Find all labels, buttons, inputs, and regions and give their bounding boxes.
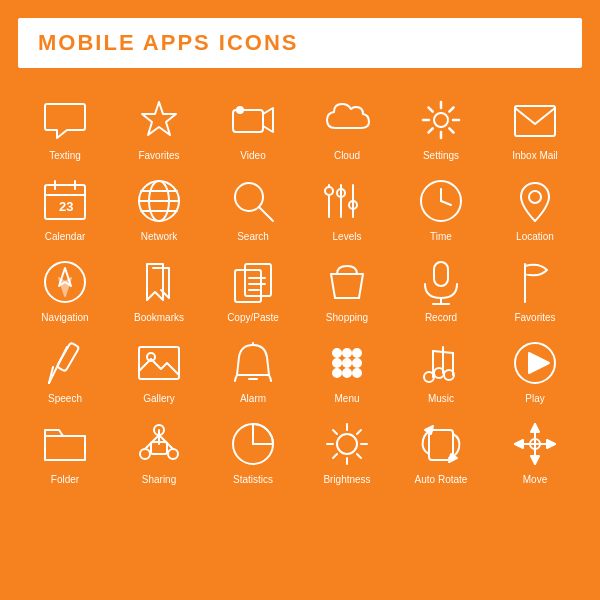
network-cell[interactable]: Network [112,167,206,248]
speech-cell[interactable]: Speech [18,329,112,410]
favorites-icon [133,94,185,146]
alarm-label: Alarm [240,393,266,404]
sharing-label: Sharing [142,474,176,485]
autorotate-label: Auto Rotate [415,474,468,485]
flag-favorites-label: Favorites [514,312,555,323]
svg-point-67 [140,449,150,459]
svg-rect-33 [245,264,271,296]
svg-point-49 [343,349,351,357]
levels-icon [321,175,373,227]
gallery-cell[interactable]: Gallery [112,329,206,410]
svg-rect-5 [515,106,555,136]
svg-rect-37 [434,262,448,286]
svg-point-4 [434,113,448,127]
svg-rect-43 [57,342,80,371]
search-icon [227,175,279,227]
folder-icon [39,418,91,470]
svg-marker-91 [531,456,539,464]
autorotate-cell[interactable]: Auto Rotate [394,410,488,491]
sharing-cell[interactable]: Sharing [112,410,206,491]
svg-text:23: 23 [59,199,73,214]
play-label: Play [525,393,544,404]
brightness-label: Brightness [323,474,370,485]
video-label: Video [240,150,265,161]
move-icon [509,418,561,470]
svg-point-53 [353,359,361,367]
svg-rect-32 [235,270,261,302]
svg-point-76 [337,434,357,454]
calendar-cell[interactable]: 23 Calendar [18,167,112,248]
svg-point-28 [529,191,541,203]
speech-icon [39,337,91,389]
levels-cell[interactable]: Levels [300,167,394,248]
menu-cell[interactable]: Menu [300,329,394,410]
menu-icon [321,337,373,389]
statistics-label: Statistics [233,474,273,485]
search-cell[interactable]: Search [206,167,300,248]
bookmarks-cell[interactable]: Bookmarks [112,248,206,329]
play-cell[interactable]: Play [488,329,582,410]
svg-line-84 [333,454,337,458]
bookmarks-icon [133,256,185,308]
favorites-cell[interactable]: Favorites [112,86,206,167]
record-icon [415,256,467,308]
copypaste-icon [227,256,279,308]
bookmarks-label: Bookmarks [134,312,184,323]
svg-line-60 [433,351,453,353]
calendar-label: Calendar [45,231,86,242]
shopping-cell[interactable]: Shopping [300,248,394,329]
navigation-label: Navigation [41,312,88,323]
svg-point-68 [168,449,178,459]
cloud-label: Cloud [334,150,360,161]
flag-favorites-cell[interactable]: Favorites [488,248,582,329]
settings-icon [415,94,467,146]
brightness-cell[interactable]: Brightness [300,410,394,491]
copypaste-label: Copy/Paste [227,312,279,323]
shopping-icon [321,256,373,308]
levels-label: Levels [333,231,362,242]
location-cell[interactable]: Location [488,167,582,248]
svg-point-55 [343,369,351,377]
svg-line-81 [333,430,337,434]
alarm-cell[interactable]: Alarm [206,329,300,410]
gallery-icon [133,337,185,389]
svg-point-3 [237,107,243,113]
svg-point-23 [325,187,333,195]
texting-cell[interactable]: Texting [18,86,112,167]
record-cell[interactable]: Record [394,248,488,329]
svg-point-56 [353,369,361,377]
statistics-cell[interactable]: Statistics [206,410,300,491]
speech-label: Speech [48,393,82,404]
flag-favorites-icon [509,256,561,308]
folder-label: Folder [51,474,79,485]
copypaste-cell[interactable]: Copy/Paste [206,248,300,329]
cloud-icon [321,94,373,146]
gallery-label: Gallery [143,393,175,404]
navigation-cell[interactable]: Navigation [18,248,112,329]
texting-label: Texting [49,150,81,161]
search-label: Search [237,231,269,242]
icons-grid: Texting Favorites Video Cloud [0,76,600,501]
svg-marker-0 [142,102,176,135]
svg-marker-2 [263,108,273,132]
statistics-icon [227,418,279,470]
time-cell[interactable]: Time [394,167,488,248]
menu-label: Menu [334,393,359,404]
music-cell[interactable]: Music [394,329,488,410]
network-icon [133,175,185,227]
svg-marker-93 [547,440,555,448]
svg-point-50 [353,349,361,357]
svg-marker-31 [59,278,71,296]
video-cell[interactable]: Video [206,86,300,167]
svg-marker-90 [531,424,539,432]
inbox-mail-cell[interactable]: Inbox Mail [488,86,582,167]
move-cell[interactable]: Move [488,410,582,491]
settings-cell[interactable]: Settings [394,86,488,167]
svg-line-27 [441,201,451,205]
svg-rect-85 [429,430,453,460]
music-label: Music [428,393,454,404]
folder-cell[interactable]: Folder [18,410,112,491]
favorites-label: Favorites [138,150,179,161]
svg-point-51 [333,359,341,367]
cloud-cell[interactable]: Cloud [300,86,394,167]
